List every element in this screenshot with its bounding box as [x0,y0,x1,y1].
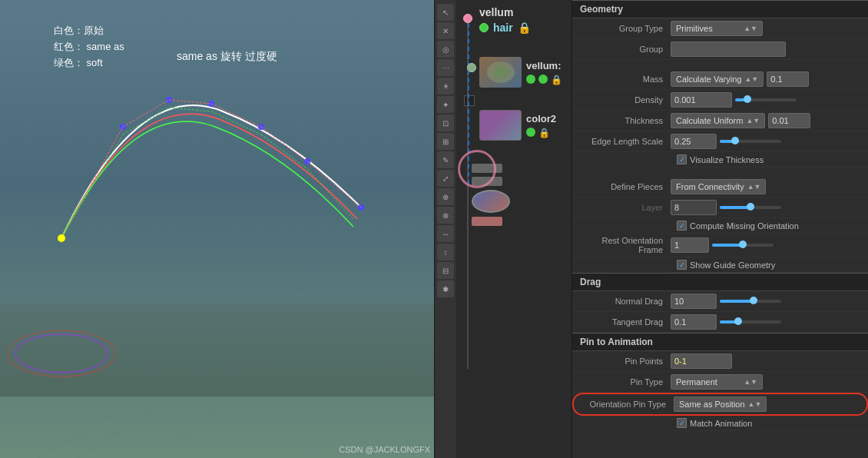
rest-orientation-input[interactable]: 1 [671,237,709,253]
mass-arrow: ▲▼ [744,75,758,83]
status-dot-2 [538,75,548,84]
visualize-thickness-checkbox[interactable]: ✓ [677,154,687,164]
thickness-label: Thickness [578,116,671,125]
vellum-cloth-status: 🔒 [526,75,562,85]
spacer-1 [572,60,868,69]
compute-missing-checkbox[interactable]: ✓ [677,221,687,231]
edge-length-thumb[interactable] [731,137,739,144]
tool-arrow[interactable]: ↖ [437,4,454,21]
layer-label: Layer [578,203,671,212]
tool-hrz[interactable]: ↔ [437,225,454,242]
mass-dropdown[interactable]: Calculate Varying ▲▼ [671,71,764,87]
lock-icon: 🔒 [518,22,531,34]
normal-drag-thumb[interactable] [750,297,757,304]
tool-asterisk[interactable]: ✱ [437,280,454,297]
match-animation-checkbox[interactable]: ✓ [677,418,687,428]
pin-type-dropdown[interactable]: Permanent ▲▼ [671,374,763,390]
tool-circle[interactable]: ◎ [437,41,454,58]
pin-points-control: 0-1 [671,353,862,369]
pin-type-arrow: ▲▼ [744,378,757,386]
group-type-label: Group Type [578,24,671,33]
define-pieces-value: From Connectivity [676,182,744,191]
orientation-pin-control: Same as Position ▲▼ [674,397,859,412]
tangent-drag-control: 0.1 [671,314,862,330]
group-type-row: Group Type Primitives ▲▼ [572,18,868,39]
match-animation-label: Match Animation [690,419,752,428]
status-dot-1 [526,75,535,84]
edge-length-scale-row: Edge Length Scale 0.25 [572,131,868,152]
layer-slider[interactable] [720,206,781,209]
spacer-2 [572,168,868,177]
group-input[interactable] [671,41,786,57]
tool-close[interactable]: ✕ [437,22,454,39]
edge-length-slider[interactable] [720,140,781,143]
tool-box[interactable]: ⊡ [437,114,454,131]
normal-drag-control: 10 [671,294,862,309]
color2-status: 🔒 [526,128,556,138]
tangent-drag-input[interactable]: 0.1 [671,314,717,330]
define-pieces-dropdown[interactable]: From Connectivity ▲▼ [671,179,766,194]
tool-grid[interactable]: ⊞ [437,133,454,150]
edge-length-input[interactable]: 0.25 [671,134,717,149]
normal-drag-input[interactable]: 10 [671,294,717,309]
color2-label: color2 [526,113,556,124]
white-color-text: 白色：原始 [54,23,124,39]
show-guide-checkbox[interactable]: ✓ [677,260,687,270]
vellum-cloth-content: vellum: 🔒 [479,57,568,88]
thickness-dropdown[interactable]: Calculate Uniform ▲▼ [671,113,765,128]
thickness-number[interactable]: 0.01 [768,113,810,128]
compute-missing-row: ✓ Compute Missing Orientation [671,218,868,234]
pin-points-row: Pin Points 0-1 [572,351,868,372]
tool-plus2[interactable]: ⊕ [437,188,454,205]
tangent-drag-slider[interactable] [720,320,781,324]
tool-pen[interactable]: ✎ [437,151,454,168]
layer-thumb[interactable] [747,203,754,211]
density-input[interactable]: 0.001 [671,92,732,108]
overlay-text: 白色：原始 红色： same as 绿色： soft [54,23,124,71]
tool-cloud[interactable]: ⋯ [437,59,454,76]
tool-vrt[interactable]: ↕ [437,244,454,261]
tool-square[interactable]: ⊟ [437,262,454,279]
geometry-section-header: Geometry [572,0,868,18]
node-panel: ↖ ✕ ◎ ⋯ ☀ ✦ ⊡ ⊞ ✎ ⤢ ⊕ ⊗ ↔ ↕ ⊟ ✱ vellum [434,0,572,458]
svg-line-5 [154,323,323,458]
connector-top [463,14,472,23]
orientation-pin-arrow: ▲▼ [748,400,762,408]
density-slider[interactable] [735,98,797,101]
mass-label: Mass [578,75,671,84]
tangent-drag-thumb[interactable] [734,317,742,325]
tool-star[interactable]: ✦ [437,96,454,113]
mass-number[interactable]: 0.1 [767,71,809,87]
hair-node-row: hair 🔒 [479,22,568,34]
node-graph-area: vellum hair 🔒 [456,0,571,458]
define-pieces-row: Define Pieces From Connectivity ▲▼ [572,177,868,197]
green-color-text: 绿色： soft [54,55,124,71]
rest-orientation-thumb[interactable] [739,241,747,248]
normal-drag-slider[interactable] [720,300,781,303]
rest-orientation-slider[interactable] [712,244,774,247]
orientation-pin-dropdown[interactable]: Same as Position ▲▼ [674,397,767,412]
group-type-dropdown[interactable]: Primitives ▲▼ [671,21,763,36]
viewport: 白色：原始 红色： same as 绿色： soft same as 旋转 过度… [0,0,434,458]
layer-row: Layer 8 [572,197,868,218]
tangent-drag-label: Tangent Drag [578,317,671,327]
tool-resize[interactable]: ⤢ [437,170,454,187]
tool-minus[interactable]: ⊗ [437,207,454,224]
vellum-hair-node: vellum hair 🔒 [475,6,568,34]
pin-type-row: Pin Type Permanent ▲▼ [572,372,868,393]
tool-sun[interactable]: ☀ [437,78,454,95]
color2-info: color2 🔒 [526,113,556,138]
svg-point-25 [58,234,65,242]
layer-input[interactable]: 8 [671,200,717,215]
density-label: Density [578,95,671,105]
orientation-pin-label: Orientation Pin Type [581,400,674,409]
compute-missing-label: Compute Missing Orientation [690,221,799,231]
vellum-cloth-node: vellum: 🔒 [464,57,568,88]
thickness-row: Thickness Calculate Uniform ▲▼ 0.01 [572,111,868,131]
pin-points-input[interactable]: 0-1 [671,353,732,369]
hair-label: hair [493,22,513,34]
define-pieces-arrow: ▲▼ [747,183,761,191]
group-label: Group [578,45,671,54]
thickness-arrow: ▲▼ [746,117,760,124]
density-slider-thumb[interactable] [744,95,751,103]
